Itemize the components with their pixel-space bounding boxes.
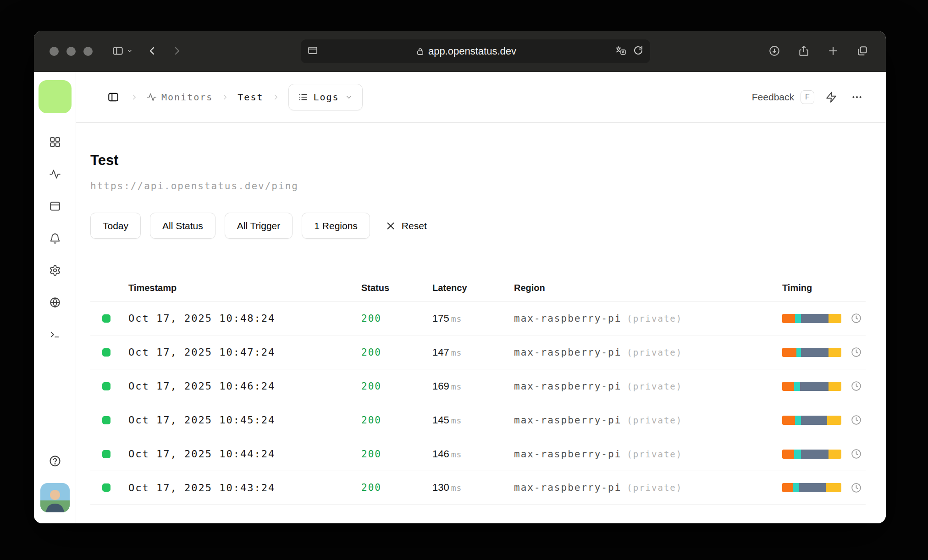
timing-segment [795, 314, 801, 323]
user-avatar[interactable] [40, 483, 70, 512]
log-row[interactable]: Oct 17, 2025 10:46:24 200 169 ms max-ras… [90, 369, 866, 403]
filter-status[interactable]: All Status [150, 213, 215, 239]
sidebar-icon [112, 45, 124, 58]
filter-regions[interactable]: 1 Regions [302, 213, 370, 239]
row-status-cell [90, 314, 128, 323]
more-options-button[interactable] [848, 88, 866, 106]
sidebar-item-cli[interactable] [49, 329, 61, 340]
status-dot [102, 314, 110, 323]
new-tab-button[interactable] [825, 43, 841, 60]
reset-filters-button[interactable]: Reset [386, 220, 427, 231]
sidebar-item-status-pages[interactable] [49, 200, 61, 212]
log-latency: 175 ms [432, 313, 514, 324]
log-rows: Oct 17, 2025 10:48:24 200 175 ms max-ras… [90, 301, 866, 505]
region-visibility: (private) [627, 483, 682, 493]
row-status-cell [90, 348, 128, 357]
log-status-code: 200 [361, 449, 432, 460]
latency-unit: ms [451, 314, 462, 324]
timing-details-button[interactable] [851, 380, 862, 392]
latency-unit: ms [451, 348, 462, 357]
lightning-icon [825, 91, 837, 103]
log-row[interactable]: Oct 17, 2025 10:47:24 200 147 ms max-ras… [90, 335, 866, 369]
log-row[interactable]: Oct 17, 2025 10:44:24 200 146 ms max-ras… [90, 437, 866, 471]
back-button[interactable] [145, 44, 160, 60]
view-selector-button[interactable]: Logs [288, 84, 363, 110]
filter-period[interactable]: Today [90, 213, 141, 239]
feedback-button[interactable]: Feedback F [752, 90, 814, 104]
sidebar-item-dashboard[interactable] [49, 136, 61, 148]
filter-trigger[interactable]: All Trigger [225, 213, 293, 239]
workspace-logo[interactable] [39, 80, 72, 113]
latency-unit: ms [451, 382, 462, 391]
timing-segment [794, 450, 801, 459]
timing-segment [782, 416, 795, 425]
zoom-window-button[interactable] [83, 47, 93, 56]
timing-details-button[interactable] [851, 313, 862, 324]
log-row[interactable]: Oct 17, 2025 10:43:24 200 130 ms max-ras… [90, 471, 866, 505]
activity-icon [49, 168, 61, 180]
breadcrumb-monitor-name[interactable]: Test [238, 92, 263, 103]
sidebar-item-domains[interactable] [49, 296, 61, 308]
log-timing [782, 414, 866, 426]
timing-details-button[interactable] [851, 346, 862, 358]
timing-segment [793, 483, 799, 492]
timing-segment [801, 348, 828, 357]
log-latency: 145 ms [432, 414, 514, 426]
page-header: Monitors Test Logs Fe [76, 72, 886, 123]
panel-top-icon [49, 200, 61, 212]
back-icon [147, 45, 158, 58]
sidebar-item-notifications[interactable] [49, 232, 61, 244]
translate-icon[interactable] [614, 44, 626, 58]
timing-details-button[interactable] [851, 482, 862, 494]
timing-details-button[interactable] [851, 414, 862, 426]
minimize-window-button[interactable] [66, 47, 76, 56]
row-status-cell [90, 416, 128, 424]
safari-sidebar-button[interactable] [110, 43, 135, 60]
plus-icon [827, 45, 839, 58]
help-button[interactable] [49, 455, 61, 467]
gear-icon [49, 264, 61, 276]
share-button[interactable] [796, 43, 812, 60]
logs-table: Timestamp Status Latency Region Timing O… [90, 275, 866, 505]
browser-actions [767, 43, 870, 60]
chevron-right-icon [221, 93, 229, 101]
close-icon [386, 221, 396, 231]
column-latency: Latency [432, 283, 514, 293]
quick-actions-button[interactable] [823, 88, 840, 106]
timing-details-button[interactable] [851, 448, 862, 460]
reload-icon[interactable] [633, 45, 644, 58]
log-region: max-raspberry-pi (private) [514, 482, 782, 493]
timing-segment [794, 382, 800, 391]
panel-toggle-button[interactable] [105, 88, 122, 106]
sidebar-bottom [40, 455, 70, 512]
chevron-down-icon [127, 48, 133, 55]
latency-value: 145 [432, 414, 449, 426]
downloads-button[interactable] [767, 43, 782, 60]
table-header-row: Timestamp Status Latency Region Timing [90, 275, 866, 301]
region-name: max-raspberry-pi [514, 381, 621, 392]
timing-segment [782, 348, 796, 357]
tab-overview-button[interactable] [855, 43, 870, 60]
status-dot [102, 348, 110, 357]
page-settings-icon[interactable] [307, 45, 318, 58]
addressbar-area: app.openstatus.dev [194, 39, 757, 63]
timing-bar [782, 416, 841, 425]
log-region: max-raspberry-pi (private) [514, 381, 782, 392]
timing-bar [782, 450, 841, 459]
row-status-cell [90, 483, 128, 492]
close-window-button[interactable] [50, 47, 59, 56]
address-bar[interactable]: app.openstatus.dev [301, 39, 650, 63]
breadcrumb-monitors[interactable]: Monitors [147, 92, 213, 103]
timing-segment [801, 314, 828, 323]
sidebar-item-monitors[interactable] [49, 168, 61, 180]
grid-icon [49, 136, 61, 148]
log-status-code: 200 [361, 313, 432, 324]
addressbar-actions [614, 44, 644, 58]
forward-button[interactable] [170, 44, 184, 60]
log-status-code: 200 [361, 482, 432, 493]
log-row[interactable]: Oct 17, 2025 10:48:24 200 175 ms max-ras… [90, 301, 866, 335]
sidebar-item-settings[interactable] [49, 264, 61, 276]
log-row[interactable]: Oct 17, 2025 10:45:24 200 145 ms max-ras… [90, 403, 866, 437]
log-latency: 169 ms [432, 380, 514, 392]
log-latency: 130 ms [432, 482, 514, 494]
